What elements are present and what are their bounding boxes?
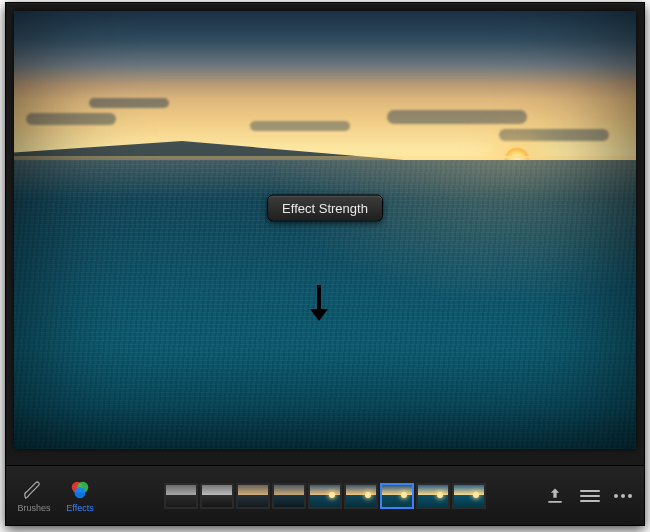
effect-thumb-8[interactable] xyxy=(452,483,486,509)
effect-thumb-1[interactable] xyxy=(200,483,234,509)
effect-thumb-7[interactable] xyxy=(416,483,450,509)
tab-effects-label: Effects xyxy=(66,503,93,513)
rgb-circles-icon xyxy=(69,479,91,501)
svg-point-2 xyxy=(75,487,86,498)
right-tools xyxy=(544,485,636,507)
menu-button[interactable] xyxy=(580,490,600,502)
effect-thumb-5[interactable] xyxy=(344,483,378,509)
effect-thumb-4[interactable] xyxy=(308,483,342,509)
export-button[interactable] xyxy=(544,485,566,507)
editor-window: Effect Strength Brushes Effects xyxy=(5,2,645,526)
more-button[interactable] xyxy=(614,494,636,498)
effect-thumb-2[interactable] xyxy=(236,483,270,509)
image-canvas[interactable]: Effect Strength xyxy=(14,11,636,449)
separator xyxy=(6,449,644,465)
effect-thumb-3[interactable] xyxy=(272,483,306,509)
tab-brushes[interactable]: Brushes xyxy=(14,473,54,519)
brush-icon xyxy=(23,479,45,501)
effect-strength-tooltip: Effect Strength xyxy=(267,195,383,222)
tab-effects[interactable]: Effects xyxy=(60,473,100,519)
tooltip-label: Effect Strength xyxy=(282,201,368,216)
bottom-toolbar: Brushes Effects xyxy=(6,465,644,525)
effect-thumb-6[interactable] xyxy=(380,483,414,509)
tab-brushes-label: Brushes xyxy=(17,503,50,513)
effect-thumb-0[interactable] xyxy=(164,483,198,509)
effect-thumbnails xyxy=(164,483,486,509)
